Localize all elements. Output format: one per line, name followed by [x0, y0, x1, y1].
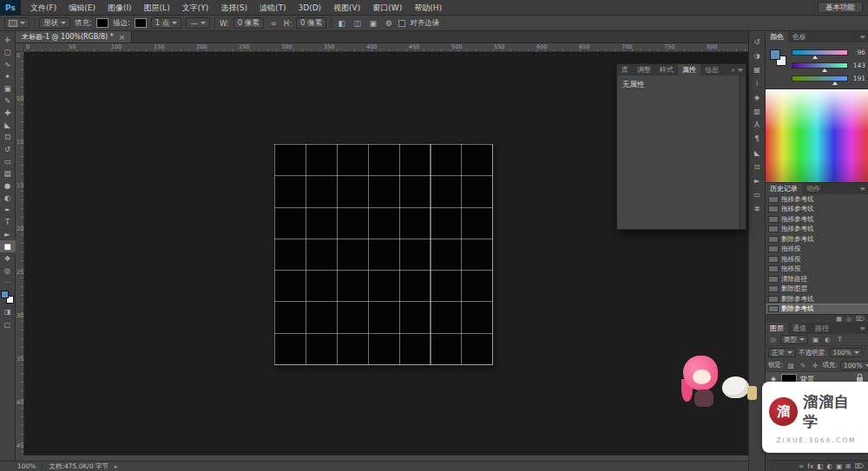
pen-tool[interactable]: ✒ [0, 204, 16, 216]
slider-handle[interactable] [812, 56, 818, 59]
history-state-row[interactable]: 拖移投 [766, 254, 868, 265]
quick-mask-mode-button[interactable]: ◨ [0, 306, 16, 317]
path-alignment-icon[interactable]: ◫ [352, 19, 363, 28]
layers-panel-tab[interactable]: 通道 [788, 323, 811, 334]
menu-item[interactable]: 帮助(H) [408, 0, 448, 16]
search-icon[interactable]: ◎ [768, 336, 778, 343]
move-tool[interactable]: ✛ [0, 34, 16, 46]
filter-adjustment-layers-icon[interactable]: ◐ [823, 336, 832, 343]
collapse-panel-icon[interactable]: » [731, 66, 735, 74]
color-spectrum-picker[interactable] [766, 88, 868, 183]
status-options-arrow-icon[interactable]: ▸ [115, 463, 118, 470]
adjustments-panel-icon[interactable]: ◑ [750, 49, 764, 62]
fill-input[interactable]: 100% [840, 361, 868, 370]
history-state-row[interactable]: 删除参考线 [766, 304, 868, 315]
lasso-tool[interactable]: ∿ [0, 58, 16, 70]
properties-panel-tab[interactable]: 库 [617, 64, 633, 75]
document-canvas-grid[interactable] [274, 144, 493, 365]
adjustment-layer-icon[interactable]: ◐ [826, 462, 832, 470]
align-edges-checkbox[interactable] [398, 20, 405, 27]
tool-mode-select[interactable]: 形状 [39, 17, 70, 29]
link-layers-icon[interactable]: ∞ [799, 462, 804, 470]
red-slider[interactable] [792, 49, 848, 56]
menu-item[interactable]: 视图(V) [327, 0, 366, 16]
dodge-tool[interactable]: ◐ [0, 192, 16, 204]
history-panel-tab[interactable]: 历史记录 [766, 183, 802, 194]
lock-pixels-icon[interactable]: ✎ [799, 362, 808, 370]
history-state-row[interactable]: 删除参考线 [766, 294, 868, 304]
slider-handle[interactable] [822, 69, 827, 72]
stroke-style-select[interactable]: — [186, 17, 210, 29]
panel-menu-icon[interactable]: ≡ [860, 33, 865, 41]
rectangular-marquee-tool[interactable]: ▢ [0, 46, 16, 58]
history-state-row[interactable]: 拖移投 [766, 245, 868, 255]
width-input[interactable]: 0 像素 [233, 17, 264, 29]
new-group-icon[interactable]: ▣ [836, 462, 842, 470]
layer-style-icon[interactable]: fx [807, 462, 813, 470]
add-layer-mask-icon[interactable]: ◧ [817, 462, 823, 470]
paragraph-panel-icon[interactable]: ¶ [750, 133, 764, 145]
history-state-row[interactable]: 拖移参考线 [766, 225, 868, 235]
stroke-width-input[interactable]: 1 点 [151, 17, 182, 29]
measurement-log-panel-icon[interactable]: ≣ [750, 202, 764, 214]
edit-toolbar-icon[interactable]: ⋯ [4, 278, 11, 286]
lock-transparency-icon[interactable]: ▨ [786, 362, 796, 370]
filter-kind-select[interactable]: 类型 [780, 335, 808, 344]
type-tool[interactable]: T [0, 216, 16, 228]
path-operations-icon[interactable]: ◧ [336, 19, 347, 28]
gear-icon[interactable]: ⚙ [383, 19, 394, 28]
menu-item[interactable]: 窗口(W) [366, 0, 408, 16]
properties-panel-tab[interactable]: 信息 [700, 64, 723, 75]
menu-item[interactable]: 图像(I) [102, 0, 138, 16]
vertical-ruler[interactable]: 050100150200250300350400450 [16, 52, 24, 455]
fill-swatch[interactable] [96, 18, 108, 28]
slider-handle[interactable] [832, 82, 838, 85]
opacity-input[interactable]: 100% [830, 348, 863, 357]
history-brush-tool[interactable]: ↺ [0, 143, 16, 155]
info-panel-icon[interactable]: i [750, 77, 764, 89]
character-panel-icon[interactable]: A [750, 119, 764, 131]
height-input[interactable]: 0 像素 [296, 17, 326, 29]
red-value[interactable]: 96 [852, 49, 865, 56]
tool-preset-picker[interactable] [4, 17, 30, 29]
quick-selection-tool[interactable]: ✦ [0, 70, 16, 82]
filter-type-layers-icon[interactable]: T [835, 336, 845, 343]
zoom-level-field[interactable]: 100% [17, 462, 36, 470]
brush-tool[interactable]: ◣ [0, 119, 16, 131]
history-state-row[interactable]: 拖移参考线 [766, 214, 868, 225]
blue-value[interactable]: 191 [852, 75, 865, 82]
path-selection-tool[interactable]: ► [0, 228, 16, 240]
document-tab[interactable]: 未标题-1 @ 100%(RGB/8) * × [16, 31, 132, 43]
menu-item[interactable]: 文字(Y) [176, 0, 215, 16]
menu-item[interactable]: 图层(L) [138, 0, 176, 16]
filter-pixel-layers-icon[interactable]: ▣ [811, 336, 820, 343]
ruler-origin-corner[interactable] [16, 43, 24, 52]
green-value[interactable]: 143 [852, 62, 865, 69]
notes-panel-icon[interactable]: ▭ [750, 188, 764, 200]
link-dimensions-icon[interactable]: ∞ [268, 19, 279, 28]
hand-tool[interactable]: ❖ [0, 252, 16, 265]
properties-panel-tab[interactable]: 调整 [633, 64, 655, 75]
delete-layer-icon[interactable]: ⌦ [854, 462, 864, 470]
navigator-panel-icon[interactable]: ◈ [750, 91, 764, 103]
new-document-from-state-icon[interactable]: ▦ [836, 316, 842, 323]
history-state-row[interactable]: 拖移投 [766, 265, 868, 275]
brush-settings-panel-icon[interactable]: ◣ [750, 147, 764, 159]
screen-mode-button[interactable]: ▢ [0, 319, 16, 330]
crop-tool[interactable]: ▣ [0, 82, 16, 95]
lock-position-icon[interactable]: ✛ [811, 362, 820, 370]
history-state-row[interactable]: 删除图层 [766, 285, 868, 295]
history-state-row[interactable]: 清除路径 [766, 274, 868, 285]
clone-stamp-tool[interactable]: ⊡ [0, 131, 16, 143]
properties-panel-tab[interactable]: 属性 [678, 64, 700, 75]
stroke-swatch[interactable] [135, 18, 147, 28]
menu-item[interactable]: 3D(D) [292, 0, 327, 16]
history-panel-icon[interactable]: ↺ [750, 36, 764, 48]
histogram-panel-icon[interactable]: ▥ [750, 105, 764, 117]
scrollbar[interactable] [740, 75, 746, 229]
foreground-color-swatch[interactable] [770, 49, 780, 60]
layers-panel-tab[interactable]: 路径 [811, 323, 833, 334]
horizontal-ruler[interactable]: 0501001502002503003504004505005506006507… [24, 43, 748, 52]
panel-menu-icon[interactable]: ≡ [738, 66, 743, 74]
layers-panel-tab[interactable]: 图层 [766, 323, 788, 334]
